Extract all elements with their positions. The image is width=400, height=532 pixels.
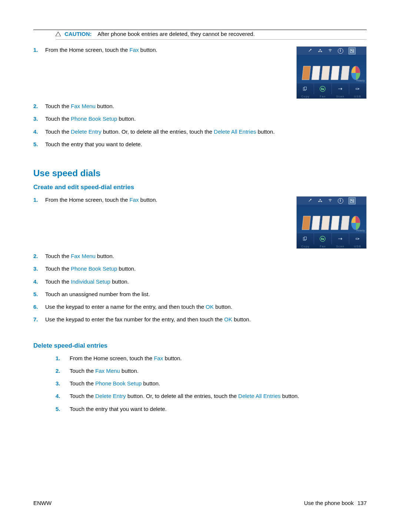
step-number: 2.	[56, 367, 70, 375]
step-number: 2.	[33, 252, 45, 260]
step-number: 1.	[33, 46, 45, 54]
carousel-tile	[302, 66, 311, 80]
step-item: 7. Use the keypad to enter the fax numbe…	[33, 316, 285, 323]
step-number: 1.	[56, 355, 70, 362]
ui-ref-delete-entry: Delete Entry	[71, 128, 101, 135]
ui-ref-delete-all-entries: Delete All Entries	[238, 393, 280, 399]
nav-label: Fax	[314, 94, 331, 99]
step-item: 2. Touch the Fax Menu button.	[33, 252, 285, 260]
carousel-tile	[331, 216, 340, 230]
carousel-disc-icon	[351, 66, 360, 80]
screenshot-carousel: Ready	[297, 205, 366, 233]
document-page: CAUTION: After phone book entries are de…	[0, 0, 400, 532]
screenshot-bottom-nav: Copy Fax Scan USB	[297, 233, 366, 248]
nav-label: Scan	[331, 94, 349, 99]
step-item: 4. Touch the Delete Entry button. Or, to…	[33, 128, 285, 135]
step-row-with-screenshot: 1. From the Home screen, touch the Fax b…	[33, 46, 367, 99]
device-home-screenshot: i Ready	[296, 196, 367, 249]
carousel-tile	[341, 66, 350, 80]
wifi-icon	[328, 48, 333, 54]
ui-ref-fax-menu: Fax Menu	[71, 253, 96, 259]
caution-box: CAUTION: After phone book entries are de…	[56, 31, 367, 40]
ui-ref-fax-menu: Fax Menu	[71, 103, 96, 109]
carousel-tile	[341, 216, 350, 230]
carousel-tile	[302, 216, 311, 230]
footer-left: ENWW	[33, 500, 51, 506]
status-ready: Ready	[356, 79, 365, 82]
step-number: 2.	[33, 103, 45, 110]
carousel-disc-icon	[351, 216, 360, 230]
status-ready: Ready	[356, 229, 365, 232]
info-icon: i	[338, 198, 343, 204]
step-item: 5. Touch the entry that you want to dele…	[33, 141, 285, 148]
svg-rect-22	[356, 238, 359, 239]
carousel-tile	[311, 66, 320, 80]
step-number: 5.	[33, 141, 45, 148]
scan-icon	[332, 233, 349, 244]
step-item: 4. Touch the Delete Entry button. Or, to…	[33, 392, 367, 400]
step-item: 3. Touch the Phone Book Setup button.	[33, 115, 285, 123]
svg-point-3	[330, 51, 330, 52]
step-item: 3. Touch the Phone Book Setup button.	[33, 265, 285, 272]
svg-rect-5	[351, 50, 352, 51]
step-row-with-screenshot: 1. From the Home screen, touch the Fax b…	[33, 196, 367, 249]
svg-rect-11	[359, 88, 360, 89]
svg-rect-10	[356, 88, 359, 89]
caution-text: After phone book entries are deleted, th…	[97, 31, 254, 37]
step-text: Touch the entry that you want to delete.	[45, 141, 142, 148]
ui-ref-delete-all-entries: Delete All Entries	[214, 128, 256, 135]
footer-section-title: Use the phone book	[304, 500, 354, 506]
carousel-tile	[331, 66, 340, 80]
svg-rect-8	[304, 87, 307, 90]
step-group-indented: 1. From the Home screen, touch the Fax b…	[33, 355, 367, 413]
nav-label: Copy	[297, 94, 314, 99]
ui-ref-delete-entry: Delete Entry	[95, 393, 126, 399]
step-number: 3.	[33, 115, 45, 123]
section-heading-speed-dials: Use speed dials	[33, 168, 367, 178]
svg-rect-23	[359, 238, 360, 239]
ui-ref-ok: OK	[206, 304, 214, 310]
step-item: 5. Touch the entry that you want to dele…	[33, 405, 367, 413]
caution-label: CAUTION:	[64, 31, 91, 37]
subsection-heading-delete: Delete speed-dial entries	[33, 342, 367, 349]
screenshot-statusbar: i	[297, 47, 366, 55]
svg-rect-6	[352, 50, 353, 51]
step-number: 5.	[56, 405, 70, 413]
step-number: 1.	[33, 196, 45, 204]
info-icon: i	[338, 48, 343, 54]
screenshot-bottom-nav: Copy Fax Scan USB	[297, 83, 366, 98]
step-number: 6.	[33, 303, 45, 311]
screenshot-statusbar: i	[297, 197, 366, 205]
page-footer: ENWW Use the phone book 137	[33, 500, 367, 506]
caution-triangle-icon	[56, 32, 61, 36]
copy-icon	[297, 233, 314, 244]
step-item: 4. Touch the Individual Setup button.	[33, 278, 285, 285]
wrench-icon	[308, 198, 313, 204]
nav-label: USB	[349, 94, 366, 99]
svg-point-15	[330, 201, 330, 202]
carousel-tile	[321, 216, 330, 230]
footer-page-number: 137	[357, 500, 367, 506]
network-icon	[318, 48, 323, 54]
fax-icon	[314, 83, 331, 94]
subsection-heading-create: Create and edit speed-dial entries	[33, 184, 367, 191]
step-item: 3. Touch the Phone Book Setup button.	[33, 380, 367, 387]
ui-ref-phone-book-setup: Phone Book Setup	[71, 265, 117, 272]
ui-ref-fax: Fax	[130, 47, 139, 53]
svg-rect-20	[304, 237, 307, 240]
nav-label: USB	[349, 244, 366, 249]
ui-ref-phone-book-setup: Phone Book Setup	[71, 116, 117, 122]
step-number: 5.	[33, 291, 45, 298]
carousel-tile	[321, 66, 330, 80]
step-number: 4.	[33, 128, 45, 135]
ui-ref-individual-setup: Individual Setup	[71, 278, 110, 285]
copy-icon	[297, 83, 314, 94]
ui-ref-fax: Fax	[130, 197, 139, 203]
step-number: 3.	[33, 265, 45, 272]
ui-ref-fax: Fax	[154, 355, 163, 361]
step-item: 6. Use the keypad to enter a name for th…	[33, 303, 285, 311]
wifi-icon	[328, 198, 333, 204]
carousel-tile	[311, 216, 320, 230]
nav-label: Scan	[331, 244, 349, 249]
step-text: Touch an unassigned number from the list…	[45, 291, 150, 298]
